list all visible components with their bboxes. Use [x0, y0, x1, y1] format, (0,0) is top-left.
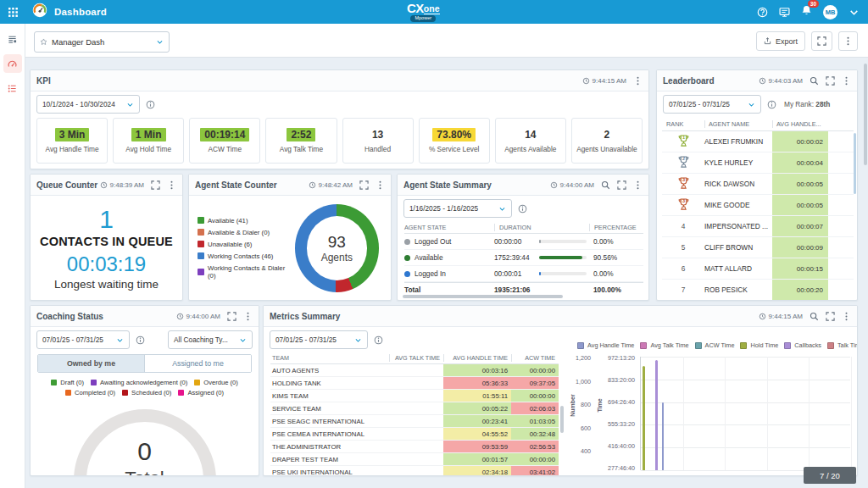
chart-spike-hold-time[interactable]	[643, 366, 645, 470]
metrics-row[interactable]: SERVICE TEAM00:05:2202:06:03	[270, 402, 559, 415]
ass-date-range-select[interactable]: 1/16/2025 - 1/16/2025	[403, 199, 512, 218]
widget-menu-icon[interactable]	[842, 312, 851, 321]
agent-state-donut-chart[interactable]: 93 Agents	[295, 204, 379, 292]
kpi-card[interactable]: 73.80%% Service Level	[419, 118, 490, 164]
kpi-card[interactable]: 3 MinAvg Handle Time	[36, 118, 108, 164]
kpi-date-range-select[interactable]: 10/1/2024 - 10/30/2024	[36, 95, 140, 114]
leaderboard-row[interactable]: 1ALEXEI FRUMKIN00:00:02	[662, 131, 854, 152]
info-icon[interactable]	[146, 100, 155, 109]
last-refresh-icon[interactable]	[550, 181, 558, 189]
chart-plot-area[interactable]	[640, 357, 850, 470]
coaching-date-range-select[interactable]: 07/01/25 - 07/31/25	[36, 330, 130, 349]
favorite-star-icon[interactable]	[40, 38, 47, 46]
col-agent-name[interactable]: AGENT NAME	[704, 120, 772, 128]
leaderboard-row[interactable]: 2KYLE HURLEY00:00:04	[662, 152, 854, 174]
metrics-date-range-select[interactable]: 07/01/25 - 07/31/25	[270, 330, 368, 349]
col-avg-handle[interactable]: AVG HANDLE...	[772, 120, 828, 128]
info-icon[interactable]	[374, 336, 383, 345]
app-launcher-button[interactable]	[0, 0, 25, 24]
chart-legend-item[interactable]: Avg Handle Time	[577, 341, 634, 349]
last-refresh-icon[interactable]	[759, 77, 766, 85]
widget-menu-icon[interactable]	[842, 76, 851, 86]
user-menu-chevron-icon[interactable]	[849, 7, 860, 18]
last-refresh-icon[interactable]	[309, 181, 316, 189]
expand-icon[interactable]	[617, 180, 626, 190]
leaderboard-row[interactable]: 3MIKE GOODE00:00:05	[662, 195, 854, 216]
col-duration[interactable]: DURATION	[494, 224, 589, 231]
export-button[interactable]: Export	[756, 31, 805, 51]
metrics-row[interactable]: PSE UKI INTERNATIONAL02:34:1803:41:02	[270, 466, 559, 475]
col-percentage[interactable]: PERCENTAGE	[589, 224, 643, 231]
metrics-table-scrollbar[interactable]	[560, 406, 564, 433]
agent-state-row[interactable]: Logged Out00:00:000.00%	[404, 234, 643, 250]
expand-icon[interactable]	[359, 180, 369, 190]
kpi-card[interactable]: 00:19:14ACW Time	[189, 118, 260, 164]
metrics-row[interactable]: AUTO AGENTS00:03:1600:00:00	[270, 364, 559, 377]
col-team[interactable]: TEAM	[270, 354, 389, 362]
widget-menu-icon[interactable]	[243, 312, 253, 321]
chart-legend-item[interactable]: Avg Talk Time	[640, 341, 688, 349]
dashboard-selector[interactable]: Manager Dash	[34, 31, 170, 53]
sidebar-item-reports[interactable]	[3, 79, 22, 97]
leaderboard-scrollbar[interactable]	[854, 133, 856, 194]
metrics-row[interactable]: DRAPER TEST TEAM00:01:5700:00:00	[270, 453, 559, 466]
tab-owned-by-me[interactable]: Owned by me	[38, 355, 144, 372]
page-scrollbar[interactable]	[864, 64, 867, 165]
col-avg-handle-time[interactable]: AVG HANDLE TIME	[443, 354, 511, 362]
expand-icon[interactable]	[151, 180, 160, 190]
widget-menu-icon[interactable]	[376, 180, 385, 190]
search-icon[interactable]	[810, 76, 819, 86]
kpi-card[interactable]: 2:52Avg Talk Time	[265, 118, 337, 164]
leaderboard-date-range-select[interactable]: 07/01/25 - 07/31/25	[663, 95, 761, 114]
chart-legend-item[interactable]: Hold Time	[740, 341, 778, 349]
help-icon[interactable]	[757, 7, 768, 18]
metrics-row[interactable]: PSE SEAGC INTERNATIONAL00:23:4101:03:05	[270, 415, 559, 428]
chart-spike-avg-handle-time[interactable]	[662, 402, 665, 470]
info-icon[interactable]	[136, 336, 145, 345]
chart-legend-item[interactable]: Callbacks	[784, 341, 821, 349]
leaderboard-row[interactable]: 3RICK DAWSON00:00:05	[662, 174, 854, 195]
col-acw-time[interactable]: ACW TIME	[511, 354, 559, 362]
agent-state-row[interactable]: Logged In00:00:010.00%	[404, 266, 643, 282]
col-rank[interactable]: RANK	[662, 120, 704, 128]
widget-menu-icon[interactable]	[167, 180, 176, 190]
fullscreen-button[interactable]	[811, 31, 832, 51]
search-icon[interactable]	[810, 312, 819, 321]
col-agent-state[interactable]: AGENT STATE	[404, 224, 494, 231]
metrics-row[interactable]: THE ADMINISTRATOR09:53:5902:56:53	[270, 441, 559, 453]
screen-share-icon[interactable]	[779, 7, 790, 18]
sidebar-item-dashboard[interactable]	[3, 54, 22, 73]
toolbar-more-button[interactable]	[838, 31, 858, 51]
kpi-card[interactable]: 2Agents Unavailable	[571, 118, 643, 164]
last-refresh-icon[interactable]	[759, 313, 766, 320]
chart-spike-callbacks[interactable]	[655, 360, 658, 470]
chart-legend-item[interactable]: Talk Time	[827, 341, 858, 349]
col-avg-talk-time[interactable]: AVG TALK TIME	[389, 354, 443, 362]
last-refresh-icon[interactable]	[582, 77, 590, 85]
coaching-type-select[interactable]: All Coaching Ty...	[168, 330, 253, 349]
sidebar-item-feed[interactable]	[3, 30, 22, 48]
metrics-row[interactable]: PSE CEMEA INTERNATIONAL04:55:5200:32:48	[270, 428, 559, 441]
user-avatar[interactable]: MB	[823, 5, 837, 19]
chart-legend-item[interactable]: ACW Time	[695, 341, 735, 349]
agent-state-row[interactable]: Available1752:39:4490.56%	[404, 250, 643, 266]
metrics-row[interactable]: KIMS TEAM01:55:1100:00:00	[270, 390, 559, 402]
widget-menu-icon[interactable]	[633, 180, 643, 190]
leaderboard-row[interactable]: 7ROB PESICK00:00:20	[662, 280, 854, 301]
tab-assigned-to-me[interactable]: Assigned to me	[144, 355, 251, 372]
last-refresh-icon[interactable]	[176, 313, 184, 320]
notifications-button[interactable]: 30	[801, 4, 812, 19]
leaderboard-row[interactable]: 5CLIFF BROWN00:00:09	[662, 237, 854, 258]
search-icon[interactable]	[601, 180, 610, 190]
last-refresh-icon[interactable]	[100, 181, 108, 189]
info-icon[interactable]	[518, 204, 527, 214]
kpi-card[interactable]: 14Agents Available	[495, 118, 566, 164]
expand-icon[interactable]	[227, 312, 236, 321]
widget-menu-icon[interactable]	[633, 76, 643, 86]
kpi-card[interactable]: 1 MinAvg Hold Time	[113, 118, 184, 164]
expand-icon[interactable]	[826, 312, 835, 321]
info-icon[interactable]	[767, 100, 776, 109]
metrics-row[interactable]: HOLDING TANK05:36:3309:37:05	[270, 377, 559, 390]
kpi-card[interactable]: 13Handled	[342, 118, 414, 164]
horizontal-scrollbar[interactable]	[403, 295, 563, 298]
